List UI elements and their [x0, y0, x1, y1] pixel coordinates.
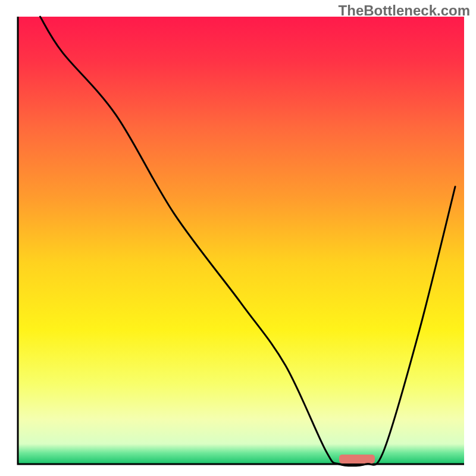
bottleneck-chart	[0, 0, 476, 476]
chart-gradient-background	[18, 17, 464, 464]
watermark-text: TheBottleneck.com	[339, 2, 470, 19]
optimal-range-marker	[339, 455, 375, 464]
chart-container: TheBottleneck.com	[0, 0, 476, 476]
